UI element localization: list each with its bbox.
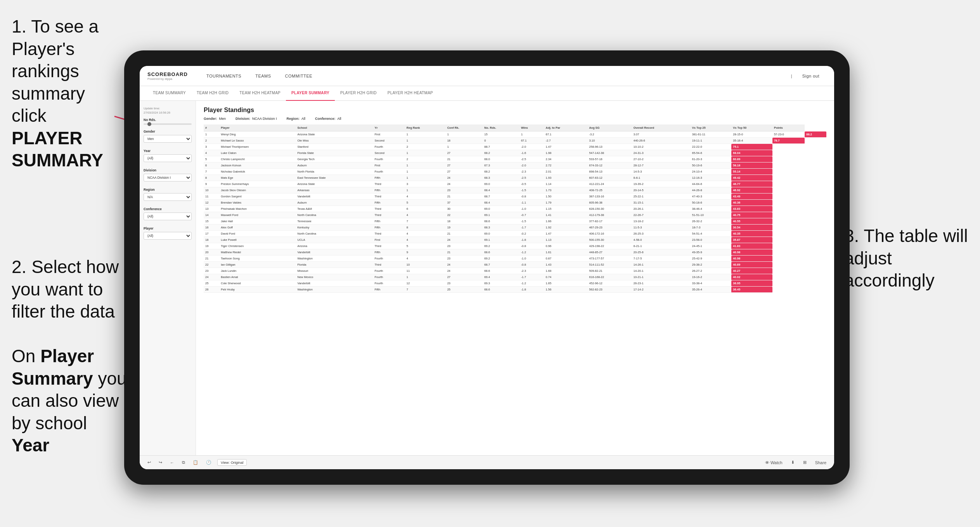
table-cell: 35-16-4 [731,138,772,144]
no-rds-slider[interactable] [144,123,192,125]
table-cell: 69.0 [483,181,519,187]
table-cell: 467-29-23 [588,225,632,231]
download-button[interactable]: ⬇ [789,459,796,466]
view-label[interactable]: View: Original [217,459,247,466]
division-select[interactable]: NCAA Division I NCAA Division II NCAA Di… [144,174,192,181]
col-school[interactable]: School [296,124,373,131]
subnav-player-h2h-grid[interactable]: PLAYER H2H GRID [335,86,382,101]
table-cell: 607-63-12 [588,175,632,181]
table-cell: 36.45 [731,287,772,293]
table-cell: 10-10-2 [632,144,691,150]
table-cell: 40.98 [731,249,772,256]
watch-button[interactable]: 👁 Watch [763,460,784,466]
table-row[interactable]: 17David FordNorth CarolinaThird42169.0-0… [204,231,826,237]
table-row[interactable]: 18Luke PowellUCLAFirst42469.1-1.81.13500… [204,237,826,243]
table-row[interactable]: 7Nicholas GabrelcikNorth FloridaFourth12… [204,169,826,175]
table-row[interactable]: 12Brendan ValdesAuburnFifth53768.4-1.11.… [204,200,826,206]
table-row[interactable]: 11Gordon SargentVanderbiltThird42168.7-0… [204,194,826,200]
gender-select[interactable]: Men Women [144,135,192,143]
table-cell: 1 [405,131,446,138]
nav-tournaments[interactable]: TOURNAMENTS [199,66,248,86]
table-cell: 40.35 [731,231,772,237]
col-wins[interactable]: Wins [519,124,544,131]
table-cell: 15 [204,218,219,225]
table-cell: 19 [446,225,483,231]
tablet-device: SCOREBOARD Powered by dippa TOURNAMENTS … [124,50,850,485]
table-row[interactable]: 19Tiger ChristensenArizonaThird52369.2-0… [204,243,826,249]
copy-button[interactable]: ⧉ [180,459,187,466]
instruction-left-panel: 1. To see a Player's rankings summary cl… [0,8,132,180]
col-no-rds[interactable]: No. Rds. [483,124,519,131]
clock-button[interactable]: 🕐 [204,459,213,466]
table-row[interactable]: 20Matthew RiedelVanderbiltFifth92168.6-1… [204,249,826,256]
table-cell: 4 [405,212,446,218]
table-row[interactable]: 25Cole SherwoodVanderbiltFourth122369.3-… [204,280,826,287]
paste-button[interactable]: 📋 [191,459,200,466]
table-row[interactable]: 10Jacob Skov OlesenArkansasFifth12368.4-… [204,187,826,194]
sign-out-link[interactable]: Sign out [795,66,826,86]
table-cell: 27 [446,150,483,156]
year-select[interactable]: (All) First Second Third Fourth Fifth [144,154,192,162]
subnav-player-summary[interactable]: PLAYER SUMMARY [286,86,335,101]
player-label: Player [144,226,192,230]
nav-committee[interactable]: COMMITTEE [278,66,320,86]
col-vs25[interactable]: Vs Top 25 [691,124,732,131]
table-cell: 1.61 [544,249,588,256]
main-content: Update time: 27/03/2024 16:56:26 No Rds.… [140,101,834,455]
conference-select[interactable]: (All) SEC ACC Big 12 [144,213,192,220]
table-cell: Fourth [373,169,405,175]
table-row[interactable]: 5Christo LamprechtGeorgia TechFourth2216… [204,156,826,162]
col-reg-rank[interactable]: Reg Rank [405,124,446,131]
table-cell: 412-179-38 [588,212,632,218]
col-rank[interactable]: # [204,124,219,131]
col-vs50[interactable]: Vs Top 50 [731,124,772,131]
table-row[interactable]: 14Maxwell FordNorth CarolinaThird42269.1… [204,212,826,218]
table-row[interactable]: 16Alex GoffKentuckyFifth81968.3-1.71.924… [204,225,826,231]
table-cell: Washington [296,287,373,293]
table-row[interactable]: 13Phichaisak MaichonTexas A&MThird63069.… [204,206,826,212]
subnav-team-h2h-grid[interactable]: TEAM H2H GRID [191,86,234,101]
table-row[interactable]: 26Petr HrubyWashingtonFifth72568.6-1.81.… [204,287,826,293]
table-row[interactable]: 6Jackson KoivunAuburnFirst12767.3-2.02.7… [204,162,826,169]
table-cell: Fifth [373,225,405,231]
col-avg-sg[interactable]: Avg SG [588,124,632,131]
col-adj[interactable]: Adj. to Par [544,124,588,131]
table-row[interactable]: 21Taehoon SongWashingtonFourth42369.2-1.… [204,256,826,262]
table-row[interactable]: 3Michael ThorbjornsenStanfordFourth2188.… [204,144,826,150]
col-points[interactable]: Points [772,124,805,131]
share-button[interactable]: Share [813,460,828,466]
grid-button[interactable]: ⊞ [801,459,809,466]
table-row[interactable]: 4Luke ClatonFlorida StateSecond12768.2-1… [204,150,826,156]
back-button[interactable]: ← [168,460,176,466]
player-select[interactable]: (All) [144,232,192,240]
col-conf-rk[interactable]: Conf Rk. [446,124,483,131]
table-cell: 68.6 [483,268,519,274]
table-cell: 2.01 [544,169,588,175]
table-row[interactable]: 8Mats EgeEast Tennessee StateFifth12468.… [204,175,826,181]
table-cell: 24 [446,175,483,181]
filter-region: Region: All [287,117,306,121]
col-overall[interactable]: Overall Record [632,124,691,131]
undo-button[interactable]: ↩ [145,459,153,466]
table-row[interactable]: 2Michael Le SassoOle MissSecond118067.1-… [204,138,826,144]
col-player[interactable]: Player [219,124,296,131]
table-row[interactable]: 1Wenyi DingArizona StateFirst1115167.1-3… [204,131,826,138]
col-yr[interactable]: Yr [373,124,405,131]
table-row[interactable]: 23Jack LundinMissouriFourth112468.6-2.31… [204,268,826,274]
table-cell: Tiger Christensen [219,243,296,249]
nav-teams[interactable]: TEAMS [248,66,278,86]
table-cell: 14-5-3 [632,169,691,175]
table-row[interactable]: 9Preston SummerhaysArizona StateThird324… [204,181,826,187]
table-cell: 69.1 [483,212,519,218]
redo-button[interactable]: ↪ [157,459,164,466]
subnav-team-summary[interactable]: TEAM SUMMARY [147,86,191,101]
table-cell: 21 [446,231,483,237]
table-row[interactable]: 24Bastien AmatNew MexicoFourth12769.4-1.… [204,274,826,280]
subnav-team-h2h-heatmap[interactable]: TEAM H2H HEATMAP [234,86,286,101]
region-select[interactable]: N/A All [144,193,192,201]
subnav-player-h2h-heatmap[interactable]: PLAYER H2H HEATMAP [382,86,438,101]
table-cell: 429-198-22 [588,243,632,249]
table-cell: 1.14 [544,181,588,187]
table-row[interactable]: 22Ian GilliganFloridaThird102468.7-0.81.… [204,262,826,268]
table-row[interactable]: 15Jake HallTennesseeFifth71868.6-1.51.66… [204,218,826,225]
